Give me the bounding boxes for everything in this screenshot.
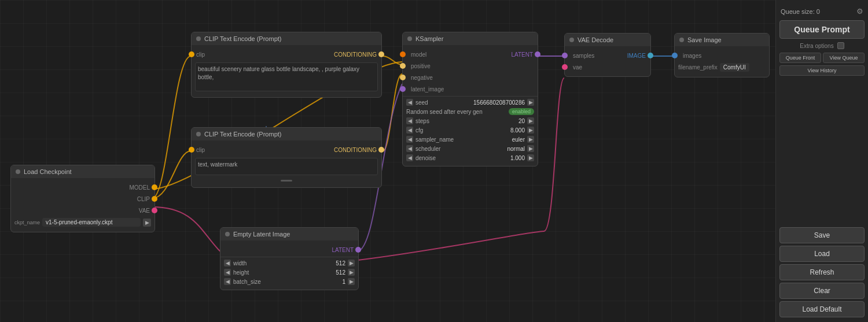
port-ks-latent-in[interactable] [400, 86, 406, 92]
refresh-button[interactable]: Refresh [779, 264, 865, 280]
node-load-checkpoint: Load Checkpoint MODEL CLIP VAE ckpt_name… [10, 165, 155, 232]
ckpt-name-row: ckpt_name v1-5-pruned-emaonly.ckpt ▶ [11, 216, 155, 228]
port-vae-out[interactable] [152, 208, 157, 213]
port-clip1-in-label: clip [196, 51, 205, 58]
port-clip-label: CLIP [137, 196, 150, 202]
port-vae-image-out[interactable] [648, 53, 653, 58]
extra-options-checkbox[interactable] [837, 42, 844, 49]
ks-sampler-left-btn[interactable]: ◀ [406, 136, 413, 143]
port-ks-latent-out[interactable] [535, 51, 540, 57]
node-clip2-title: CLIP Text Encode (Prompt) [204, 131, 282, 138]
ks-seed-left-btn[interactable]: ◀ [406, 99, 413, 106]
port-model-out[interactable] [152, 184, 157, 190]
node-empty-latent-title: Empty Latent Image [233, 231, 290, 238]
ks-cfg-right-btn[interactable]: ▶ [527, 127, 534, 134]
port-save-images-in[interactable] [672, 53, 678, 58]
node-dot [407, 36, 412, 41]
ks-denoise-value: 1.000 [510, 155, 525, 161]
port-clip-out[interactable] [152, 196, 157, 202]
ckpt-name-value[interactable]: v1-5-pruned-emaonly.ckpt [42, 218, 141, 227]
ks-scheduler-left-btn[interactable]: ◀ [406, 145, 413, 152]
port-vae-samples-row: samples IMAGE [565, 50, 650, 61]
node-vae-decode-body: samples IMAGE vae [565, 46, 650, 76]
latent-batch-left-btn[interactable]: ◀ [224, 278, 231, 285]
node-dot [225, 232, 230, 236]
port-ks-negative-row: negative [403, 72, 538, 83]
view-queue-button[interactable]: View Queue [823, 53, 865, 63]
gear-icon[interactable]: ⚙ [856, 7, 863, 16]
filename-prefix-label: filename_prefix [678, 64, 718, 71]
port-vae-vae-in[interactable] [562, 64, 568, 70]
latent-width-right-btn[interactable]: ▶ [348, 260, 355, 267]
ks-scheduler-right-btn[interactable]: ▶ [527, 145, 534, 152]
ks-steps-left-btn[interactable]: ◀ [406, 117, 413, 124]
port-clip1-in-row: clip CONDITIONING [192, 49, 381, 60]
port-clip1-out[interactable] [378, 51, 384, 57]
queue-size-label: Queue size: 0 [781, 8, 820, 15]
port-vae-samples-in[interactable] [562, 53, 568, 58]
queue-front-button[interactable]: Queue Front [779, 53, 821, 63]
ks-denoise-left-btn[interactable]: ◀ [406, 154, 413, 161]
port-vae-samples-label: samples [569, 53, 594, 59]
ks-steps-right-btn[interactable]: ▶ [527, 117, 534, 124]
clip2-text-area[interactable]: text, watermark [195, 158, 378, 175]
port-latent-out[interactable] [355, 247, 361, 253]
ks-cfg-left-btn[interactable]: ◀ [406, 127, 413, 134]
load-button[interactable]: Load [779, 246, 865, 262]
extra-options-label: Extra options [800, 43, 833, 49]
latent-height-row: ◀ height 512 ▶ [220, 268, 358, 277]
port-clip2-in-row: clip CONDITIONING [192, 144, 381, 156]
port-clip2-in-label: clip [196, 147, 205, 153]
latent-width-left-btn[interactable]: ◀ [224, 260, 231, 267]
ks-cfg-value: 8.000 [510, 127, 525, 134]
node-load-checkpoint-header: Load Checkpoint [11, 165, 155, 178]
clear-button[interactable]: Clear [779, 283, 865, 299]
latent-batch-row: ◀ batch_size 1 ▶ [220, 277, 358, 286]
port-clip1-in[interactable] [189, 51, 194, 57]
port-save-images-label: images [679, 53, 701, 59]
ckpt-name-field-label: ckpt_name [14, 220, 40, 225]
ks-random-seed-row: Random seed after every gen enabled [403, 107, 538, 116]
ks-random-seed-label: Random seed after every gen [406, 109, 506, 115]
node-dot [196, 36, 201, 41]
ks-seed-label: seed [415, 99, 471, 106]
load-default-button[interactable]: Load Default [779, 301, 865, 317]
port-ks-positive-row: positive [403, 60, 538, 72]
node-ksampler-title: KSampler [415, 35, 443, 42]
port-model-label: MODEL [129, 184, 150, 191]
latent-height-right-btn[interactable]: ▶ [348, 269, 355, 276]
canvas-area[interactable]: Load Checkpoint MODEL CLIP VAE ckpt_name… [0, 0, 775, 322]
port-ks-model-row: model LATENT [403, 49, 538, 60]
port-vae-label: VAE [139, 208, 150, 214]
save-button[interactable]: Save [779, 227, 865, 243]
port-clip2-in[interactable] [189, 147, 194, 153]
ks-random-seed-toggle[interactable]: enabled [509, 108, 534, 115]
port-ks-negative-in[interactable] [400, 75, 406, 80]
latent-batch-right-btn[interactable]: ▶ [348, 278, 355, 285]
port-clip2-out[interactable] [378, 147, 384, 153]
view-history-button[interactable]: View History [779, 65, 865, 76]
ks-denoise-right-btn[interactable]: ▶ [527, 154, 534, 161]
port-ks-latent-row: latent_image [403, 83, 538, 95]
ks-scheduler-row: ◀ scheduler normal ▶ [403, 144, 538, 153]
latent-height-left-btn[interactable]: ◀ [224, 269, 231, 276]
ks-sampler-right-btn[interactable]: ▶ [527, 136, 534, 143]
node-empty-latent-body: LATENT ◀ width 512 ▶ ◀ height 512 ▶ ◀ ba… [220, 240, 358, 290]
node-clip-text-encode-2: CLIP Text Encode (Prompt) clip CONDITION… [191, 127, 382, 188]
filename-prefix-value[interactable]: ComfyUI [720, 63, 749, 72]
port-clip-row: CLIP [11, 193, 155, 205]
queue-prompt-button[interactable]: Queue Prompt [779, 20, 865, 39]
clip2-resize-handle[interactable] [281, 180, 292, 182]
port-ks-latent-label: latent_image [407, 86, 444, 92]
latent-width-value: 512 [336, 260, 345, 267]
node-dot [679, 38, 684, 42]
ks-sampler-label: sampler_name [415, 136, 510, 143]
clip1-text-area[interactable]: beautiful scenery nature glass bottle la… [195, 62, 378, 91]
port-ks-positive-in[interactable] [400, 63, 406, 69]
ks-seed-right-btn[interactable]: ▶ [527, 99, 534, 106]
port-model-row: MODEL [11, 182, 155, 193]
latent-width-row: ◀ width 512 ▶ [220, 258, 358, 268]
port-ks-model-in[interactable] [400, 51, 406, 57]
queue-header: Queue size: 0 ⚙ [779, 5, 865, 18]
ckpt-arrow-btn[interactable]: ▶ [143, 219, 151, 227]
